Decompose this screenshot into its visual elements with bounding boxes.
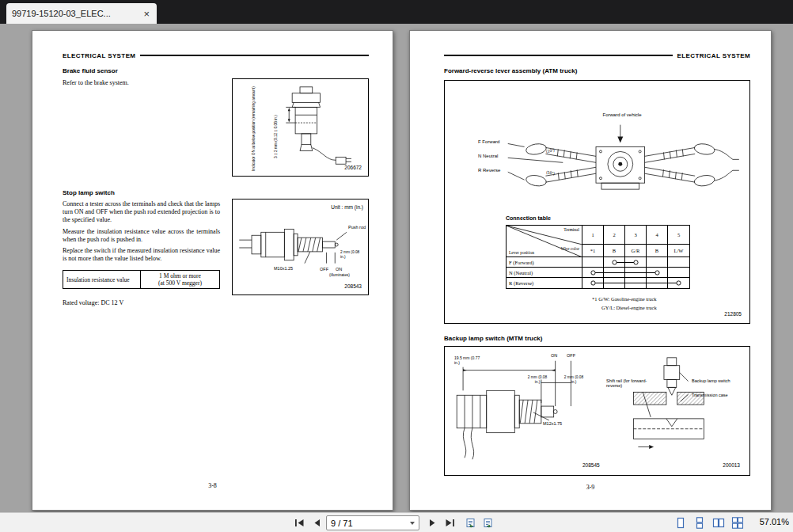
lever-row-label: N (Neutral) bbox=[507, 268, 582, 278]
facing-pages-view-icon bbox=[712, 517, 725, 529]
section-heading: Brake fluid sensor bbox=[63, 67, 118, 74]
connection-cell bbox=[604, 278, 625, 288]
first-page-button[interactable] bbox=[291, 515, 307, 530]
figure-unit-label: Unit : mm (in.) bbox=[331, 204, 363, 210]
off-label: OFF bbox=[320, 267, 328, 272]
wire-color-cell: L/W bbox=[668, 245, 689, 257]
pdf-page-right: ELECTRICAL SYSTEM Forward-reverse lever … bbox=[409, 30, 772, 511]
single-page-view-button[interactable] bbox=[673, 515, 689, 530]
continuous-view-icon bbox=[694, 517, 705, 529]
page-header: ELECTRICAL SYSTEM bbox=[63, 51, 369, 59]
lever-row-label: R (Reverse) bbox=[507, 278, 582, 288]
facing-pages-view-button[interactable] bbox=[711, 515, 727, 530]
connection-cell bbox=[582, 257, 604, 268]
wire-color-cell: *1 bbox=[582, 245, 604, 257]
page-header-title: ELECTRICAL SYSTEM bbox=[63, 52, 135, 59]
terminal-header: 5 bbox=[668, 226, 689, 245]
next-view-button[interactable] bbox=[480, 515, 495, 530]
section-heading: Stop lamp switch bbox=[63, 189, 115, 196]
rated-voltage-text: Rated voltage: DC 12 V bbox=[63, 299, 123, 307]
thread-label: M10x1.25 bbox=[274, 266, 293, 271]
corner-wire-label: Wire color bbox=[561, 246, 579, 251]
paragraph: Connect a tester across the terminals an… bbox=[63, 200, 220, 225]
spec-table: Insulation resistance value 1 M ohm or m… bbox=[63, 270, 220, 289]
page-list-chevron-icon[interactable] bbox=[410, 522, 415, 525]
spec-table-label: Insulation resistance value bbox=[63, 271, 141, 288]
zoom-level[interactable]: 57.01% bbox=[760, 517, 789, 526]
page-header-rule bbox=[444, 55, 673, 56]
connection-cell bbox=[668, 257, 689, 268]
status-bar: 9 / 71 57.01% bbox=[0, 512, 793, 532]
figure-number: 212805 bbox=[724, 311, 742, 317]
position-r-label: R Reverse bbox=[478, 168, 500, 173]
shift-rail-label: Shift rail (for forward-reverse) bbox=[606, 378, 657, 389]
terminal-header: 4 bbox=[647, 226, 668, 245]
spec-table-value: 1 M ohm or more (at 500 V megger) bbox=[141, 271, 219, 288]
page-header-rule bbox=[140, 55, 369, 56]
corner-lever-label: Lever position bbox=[509, 250, 534, 255]
off-gap-dimension-label: 2 mm (0.08 in.) bbox=[562, 375, 586, 384]
connection-cell bbox=[604, 268, 625, 278]
figure-backup-lamp-switch: 19.5 mm (0.77 in.) ON OFF 2 mm (0.08 in.… bbox=[444, 346, 750, 476]
page-number: 3-8 bbox=[32, 482, 393, 489]
backup-lamp-switch-drawing bbox=[445, 347, 749, 475]
page-header-title: ELECTRICAL SYSTEM bbox=[677, 52, 750, 59]
last-page-icon bbox=[445, 519, 455, 527]
push-rod-label: Push rod bbox=[348, 225, 366, 230]
page-number: 3-9 bbox=[410, 484, 771, 491]
next-page-icon bbox=[428, 519, 437, 527]
connection-table-corner: Terminal Wire color Lever position bbox=[507, 226, 582, 257]
figure-number: 200013 bbox=[723, 462, 740, 468]
connection-cell bbox=[604, 257, 625, 268]
continuous-view-button[interactable] bbox=[692, 515, 708, 530]
off-label: OFF bbox=[567, 353, 575, 358]
connection-table: Terminal Wire color Lever position 1 2 3… bbox=[506, 225, 690, 289]
figure-stop-lamp-switch: Unit : mm (in.) Push rod 2 mm (0.08 in.)… bbox=[232, 199, 369, 295]
stop-lamp-switch-drawing bbox=[233, 200, 368, 294]
backup-lamp-switch-label: Backup lamp switch bbox=[692, 378, 749, 383]
terminal-header: 1 bbox=[582, 226, 604, 245]
section-heading: Backup lamp switch (MTM truck) bbox=[444, 335, 542, 342]
position-n-label: N Neutral bbox=[478, 154, 498, 159]
terminal-header: 3 bbox=[625, 226, 647, 245]
paragraph: Refer to the brake system. bbox=[63, 79, 229, 87]
page-header: ELECTRICAL SYSTEM bbox=[444, 51, 750, 59]
table-note-2: GY/L: Diesel-engine truck bbox=[601, 305, 657, 310]
tab-close-icon[interactable]: × bbox=[142, 9, 151, 19]
spec-value-line2: (at 500 V megger) bbox=[158, 279, 202, 287]
pdf-page-left: ELECTRICAL SYSTEM Brake fluid sensor Ref… bbox=[32, 30, 393, 511]
wire-color-cell: G/R bbox=[625, 245, 647, 257]
previous-view-icon bbox=[465, 518, 476, 528]
document-canvas[interactable]: ELECTRICAL SYSTEM Brake fluid sensor Ref… bbox=[0, 24, 793, 512]
stroke-dimension-label: 19.5 mm (0.77 in.) bbox=[454, 356, 486, 366]
previous-page-button[interactable] bbox=[309, 515, 324, 530]
connection-cell bbox=[625, 257, 647, 268]
previous-view-button[interactable] bbox=[462, 515, 478, 530]
connection-cell bbox=[582, 278, 604, 288]
connection-table-title: Connection table bbox=[506, 215, 551, 221]
previous-page-icon bbox=[313, 519, 321, 527]
figure-number: 208545 bbox=[582, 462, 600, 468]
single-page-view-icon bbox=[675, 517, 686, 529]
on-label: ON bbox=[551, 353, 557, 358]
continuous-facing-view-icon bbox=[731, 517, 744, 529]
connection-cell bbox=[582, 268, 604, 278]
lever-row-label: F (Forward) bbox=[507, 257, 582, 268]
next-view-icon bbox=[482, 518, 494, 528]
last-page-button[interactable] bbox=[442, 515, 457, 530]
connection-cell bbox=[625, 278, 647, 288]
page-indicator-input[interactable]: 9 / 71 bbox=[326, 515, 419, 530]
next-page-button[interactable] bbox=[424, 515, 440, 530]
paragraph: Measure the insulation resistance value … bbox=[63, 228, 220, 244]
rod-dimension-label: 2 mm (0.08 in.) bbox=[340, 250, 366, 259]
document-tab[interactable]: 99719-15120-03_ELEC... × bbox=[6, 3, 157, 24]
continuous-facing-view-button[interactable] bbox=[730, 515, 746, 530]
figure-annotation: Indicator ON at below position (remainin… bbox=[252, 86, 256, 171]
connection-cell bbox=[647, 257, 668, 268]
connection-cell bbox=[668, 278, 689, 288]
thread-label: M12x1.75 bbox=[543, 421, 562, 426]
table-note-1: *1 G/W: Gasoline-engine truck bbox=[592, 296, 657, 302]
first-page-icon bbox=[294, 519, 305, 527]
forward-of-vehicle-label: Forward of vehicle bbox=[594, 112, 651, 118]
wire-color-cell: B bbox=[604, 245, 625, 257]
